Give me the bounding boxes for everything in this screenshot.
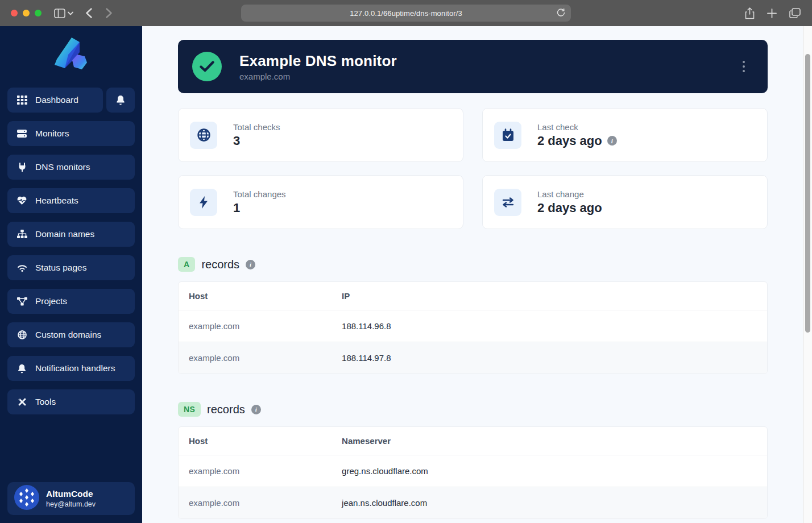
- stat-value: 3: [233, 134, 240, 148]
- sidebar-item-label: Heartbeats: [35, 196, 78, 206]
- calendar-check-icon: [494, 122, 521, 149]
- stat-total-changes: Total changes 1: [178, 175, 463, 229]
- sidebar-item-label: Monitors: [35, 128, 69, 139]
- table-row: example.com 188.114.97.8: [179, 342, 767, 374]
- window-controls: [11, 10, 42, 16]
- stat-label: Last check: [537, 122, 617, 132]
- a-records-table: Host IP example.com 188.114.96.8 example…: [178, 281, 768, 374]
- sidebar-item-status-pages[interactable]: Status pages: [7, 255, 135, 280]
- sidebar-item-monitors[interactable]: Monitors: [7, 121, 135, 146]
- stats-grid: Total checks 3 Last check 2 days ago i: [178, 108, 768, 229]
- kebab-menu-button[interactable]: [739, 57, 748, 76]
- nameserver-cell: greg.ns.cloudflare.com: [332, 455, 767, 487]
- sidebar-item-tools[interactable]: Tools: [7, 389, 135, 414]
- reload-icon[interactable]: [556, 8, 566, 18]
- avatar: [14, 485, 39, 512]
- host-cell: example.com: [179, 310, 332, 342]
- user-account-button[interactable]: AltumCode hey@altum.dev: [7, 482, 135, 515]
- heart-pulse-icon: [16, 196, 27, 205]
- sidebar-item-label: Tools: [35, 397, 56, 407]
- bell-icon: [115, 95, 126, 105]
- stat-total-checks: Total checks 3: [178, 108, 463, 162]
- nameserver-cell: jean.ns.cloudflare.com: [332, 487, 767, 519]
- close-window-button[interactable]: [11, 10, 18, 16]
- sidebar-item-projects[interactable]: Projects: [7, 289, 135, 314]
- sidebar-item-label: Domain names: [35, 229, 94, 239]
- record-type-badge: A: [178, 257, 195, 272]
- sidebar-item-custom-domains[interactable]: Custom domains: [7, 322, 135, 347]
- minimize-window-button[interactable]: [23, 10, 30, 16]
- grid-icon: [16, 96, 27, 105]
- record-type-badge: NS: [178, 402, 201, 417]
- main-content: Example DNS monitor example.com Total ch…: [142, 26, 812, 523]
- exchange-icon: [494, 189, 521, 216]
- ip-cell: 188.114.97.8: [332, 342, 767, 374]
- tools-icon: [16, 397, 27, 406]
- sitemap-icon: [16, 230, 27, 239]
- back-button[interactable]: [86, 8, 92, 18]
- stat-value: 1: [233, 201, 240, 215]
- monitor-header-card: Example DNS monitor example.com: [178, 40, 768, 93]
- new-tab-icon[interactable]: [767, 9, 777, 18]
- info-icon[interactable]: i: [607, 136, 617, 146]
- forward-button[interactable]: [106, 8, 112, 18]
- info-icon[interactable]: i: [251, 405, 261, 414]
- tab-overview-icon[interactable]: [789, 8, 801, 18]
- bell-icon: [16, 364, 27, 373]
- column-header-nameserver: Nameserver: [332, 427, 767, 455]
- url-text: 127.0.0.1/66uptime/dns-monitor/3: [350, 9, 462, 18]
- ip-cell: 188.114.96.8: [332, 310, 767, 342]
- share-icon[interactable]: [745, 7, 755, 19]
- bolt-icon: [190, 189, 217, 216]
- browser-toolbar: 127.0.0.1/66uptime/dns-monitor/3: [0, 0, 812, 26]
- sidebar-item-label: Status pages: [35, 263, 86, 273]
- sidebar-item-notification-handlers[interactable]: Notification handlers: [7, 356, 135, 381]
- notifications-button[interactable]: [106, 88, 135, 113]
- status-up-icon: [192, 52, 222, 81]
- host-cell: example.com: [179, 455, 332, 487]
- sidebar: Dashboard Monitors DNS monitors: [0, 26, 142, 523]
- chevron-down-icon[interactable]: [68, 11, 73, 15]
- stat-label: Total changes: [233, 189, 286, 199]
- user-name: AltumCode: [46, 489, 96, 499]
- sidebar-item-dashboard[interactable]: Dashboard: [7, 88, 103, 113]
- sidebar-item-dns-monitors[interactable]: DNS monitors: [7, 155, 135, 180]
- sidebar-menu: Monitors DNS monitors Heartbeats Domain …: [7, 121, 135, 414]
- zoom-window-button[interactable]: [35, 10, 42, 16]
- scrollbar-thumb[interactable]: [805, 54, 810, 333]
- sidebar-item-label: Projects: [35, 296, 67, 306]
- a-records-heading: A records i: [178, 257, 768, 272]
- section-title: records: [207, 403, 245, 416]
- sidebar-item-label: Custom domains: [35, 330, 101, 340]
- sidebar-item-domain-names[interactable]: Domain names: [7, 222, 135, 247]
- sidebar-item-label: Dashboard: [35, 95, 78, 105]
- address-bar[interactable]: 127.0.0.1/66uptime/dns-monitor/3: [241, 5, 571, 22]
- host-cell: example.com: [179, 487, 332, 519]
- table-row: example.com jean.ns.cloudflare.com: [179, 487, 767, 519]
- monitor-target: example.com: [239, 72, 397, 81]
- stat-value: 2 days ago: [537, 201, 602, 215]
- ns-records-table: Host Nameserver example.com greg.ns.clou…: [178, 426, 768, 519]
- stat-label: Last change: [537, 189, 602, 199]
- server-icon: [16, 129, 27, 138]
- section-title: records: [201, 258, 239, 271]
- column-header-host: Host: [179, 282, 332, 310]
- column-header-host: Host: [179, 427, 332, 455]
- table-row: example.com greg.ns.cloudflare.com: [179, 455, 767, 487]
- sidebar-toggle-icon[interactable]: [54, 9, 65, 18]
- host-cell: example.com: [179, 342, 332, 374]
- info-icon[interactable]: i: [246, 260, 255, 269]
- signal-icon: [16, 264, 27, 272]
- user-email: hey@altum.dev: [46, 500, 96, 508]
- app-logo[interactable]: [7, 26, 135, 88]
- sidebar-item-label: Notification handlers: [35, 363, 115, 373]
- page-title: Example DNS monitor: [239, 52, 397, 70]
- sidebar-item-heartbeats[interactable]: Heartbeats: [7, 188, 135, 213]
- globe-icon: [190, 122, 217, 149]
- table-row: example.com 188.114.96.8: [179, 310, 767, 342]
- scrollbar-track[interactable]: [803, 26, 812, 523]
- sidebar-item-label: DNS monitors: [35, 162, 90, 172]
- project-diagram-icon: [16, 297, 27, 306]
- stat-value: 2 days ago: [537, 134, 602, 148]
- stat-last-check: Last check 2 days ago i: [482, 108, 768, 162]
